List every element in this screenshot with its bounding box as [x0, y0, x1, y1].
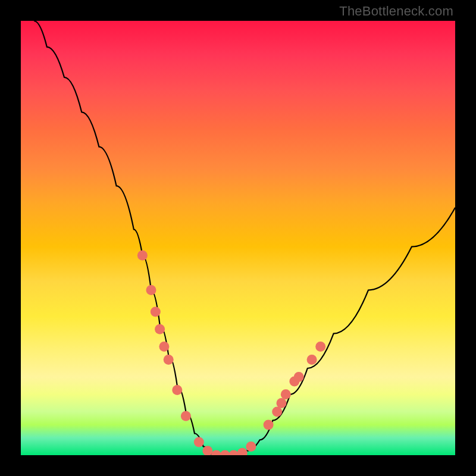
- data-point: [277, 398, 287, 408]
- data-point: [281, 389, 291, 399]
- data-point: [172, 385, 182, 395]
- data-point: [315, 342, 325, 352]
- data-point: [181, 411, 191, 421]
- data-point: [237, 448, 248, 455]
- plot-area: [21, 21, 455, 455]
- data-point: [211, 450, 221, 456]
- bottleneck-curve: [34, 21, 455, 455]
- data-point: [194, 437, 204, 447]
- attribution-text: TheBottleneck.com: [339, 4, 453, 19]
- data-point: [164, 355, 174, 365]
- data-point: [220, 450, 230, 456]
- data-markers: [137, 250, 325, 455]
- data-point: [228, 450, 239, 456]
- data-point: [307, 355, 317, 365]
- data-point: [246, 441, 256, 452]
- chart-frame: TheBottleneck.com: [0, 0, 476, 476]
- data-point: [151, 307, 161, 317]
- data-point: [272, 407, 282, 417]
- data-point: [264, 419, 274, 430]
- data-point: [155, 324, 165, 334]
- data-point: [159, 342, 169, 352]
- data-point: [146, 285, 156, 295]
- data-point: [137, 250, 148, 261]
- chart-svg: [21, 21, 455, 455]
- data-point: [294, 372, 304, 382]
